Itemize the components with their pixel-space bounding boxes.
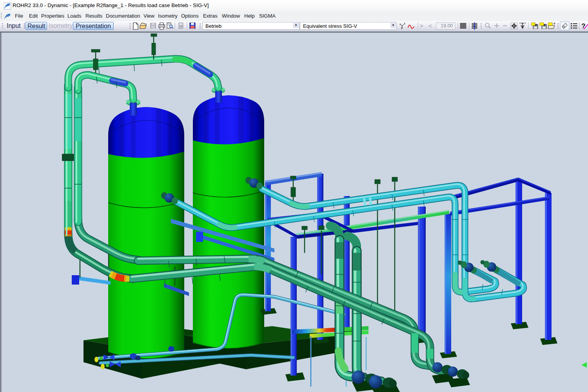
svg-text:19.00: 19.00 (441, 23, 453, 29)
svg-text:x: x (519, 22, 521, 24)
svg-text:x: x (524, 22, 526, 24)
svg-text:x: x (399, 22, 401, 26)
svg-text:z: z (404, 22, 405, 25)
svg-text:>: > (420, 22, 423, 29)
svg-text:<: < (428, 22, 432, 29)
